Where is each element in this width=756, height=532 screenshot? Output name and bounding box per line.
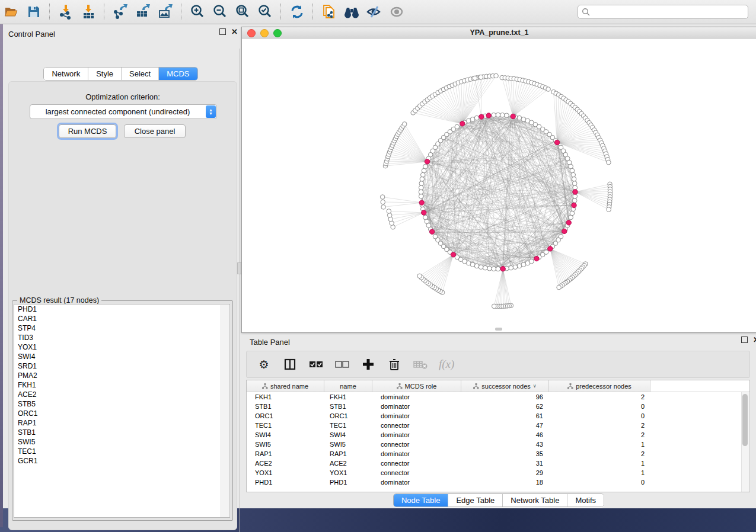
- unselect-all-rows-button[interactable]: [334, 357, 350, 372]
- tab-network[interactable]: Network: [44, 68, 88, 80]
- network-graph[interactable]: [242, 39, 755, 332]
- column-type-icon: [397, 383, 403, 389]
- search-input[interactable]: [590, 7, 744, 17]
- mcds-list-scrollbar[interactable]: [221, 305, 229, 518]
- table-panel-title: Table Panel: [250, 338, 290, 347]
- mcds-result-item[interactable]: STB5: [14, 399, 229, 409]
- table-scrollbar-thumb[interactable]: [742, 394, 748, 446]
- mcds-result-item[interactable]: FKH1: [14, 380, 229, 390]
- table-scrollbar[interactable]: [741, 392, 749, 492]
- column-header-shared-name[interactable]: shared name: [247, 380, 324, 392]
- function-builder-label[interactable]: f(x): [439, 358, 454, 371]
- cell-successor-nodes: 62: [461, 403, 549, 410]
- table-row[interactable]: PHD1PHD1dominator180: [247, 477, 749, 487]
- table-options-button[interactable]: ⚙: [256, 357, 272, 372]
- add-column-button[interactable]: [361, 357, 376, 372]
- minimize-window-icon[interactable]: [260, 29, 269, 37]
- zoom-selected-button[interactable]: [255, 2, 275, 21]
- mcds-result-item[interactable]: CAR1: [14, 314, 229, 323]
- column-type-icon: [567, 383, 573, 389]
- mcds-result-groupbox: MCDS result (17 nodes) PHD1CAR1STP4TID3Y…: [12, 300, 233, 521]
- cell-shared-name: YOX1: [247, 469, 324, 476]
- refresh-icon: [290, 5, 304, 19]
- tab-mcds[interactable]: MCDS: [159, 68, 197, 80]
- mcds-result-item[interactable]: GCR1: [14, 456, 229, 466]
- column-header-label: predecessor nodes: [576, 383, 631, 390]
- cell-MCDS-role: dominator: [372, 393, 461, 400]
- table-row[interactable]: FKH1FKH1dominator962: [247, 392, 749, 402]
- mcds-result-item[interactable]: ORC1: [14, 409, 229, 418]
- delete-table-button[interactable]: [413, 357, 428, 372]
- mcds-result-item[interactable]: PHD1: [14, 305, 229, 314]
- column-header-MCDS-role[interactable]: MCDS role: [372, 380, 461, 392]
- show-column-button[interactable]: [282, 357, 298, 372]
- search-box[interactable]: [578, 5, 748, 19]
- mcds-result-item[interactable]: SWI4: [14, 352, 229, 361]
- column-header-successor-nodes[interactable]: successor nodes∨: [461, 380, 549, 392]
- hide-selected-button[interactable]: [364, 2, 384, 21]
- table-row[interactable]: YOX1YOX1connector291: [247, 468, 749, 477]
- mcds-result-item[interactable]: SRD1: [14, 361, 229, 371]
- table-row[interactable]: ORC1ORC1dominator610: [247, 411, 749, 421]
- tab-select[interactable]: Select: [122, 68, 159, 80]
- mcds-result-item[interactable]: TEC1: [14, 447, 229, 456]
- new-network-from-selection-button[interactable]: [319, 2, 339, 21]
- delete-columns-button[interactable]: [387, 357, 402, 372]
- tab-motifs[interactable]: Motifs: [567, 494, 604, 507]
- table-row[interactable]: SWI5SWI5connector431: [247, 440, 749, 449]
- close-window-icon[interactable]: [247, 29, 256, 37]
- export-table-button[interactable]: [133, 2, 153, 21]
- mcds-result-list[interactable]: PHD1CAR1STP4TID3YOX1SWI4SRD1PMA2FKH1ACE2…: [14, 304, 230, 518]
- first-neighbors-button[interactable]: [342, 2, 362, 21]
- float-table-panel-icon[interactable]: [741, 336, 748, 343]
- tab-style[interactable]: Style: [88, 68, 122, 80]
- maximize-window-icon[interactable]: [273, 29, 282, 37]
- optimization-criterion-select[interactable]: largest connected component (undirected)…: [30, 104, 217, 119]
- tab-node-table[interactable]: Node Table: [394, 494, 449, 507]
- import-table-button[interactable]: [78, 2, 98, 21]
- zoom-fit-button[interactable]: [232, 2, 253, 21]
- update-view-button[interactable]: [287, 2, 307, 21]
- mcds-result-item[interactable]: RAP1: [14, 418, 229, 428]
- column-header-predecessor-nodes[interactable]: predecessor nodes: [549, 380, 650, 392]
- open-session-button[interactable]: [1, 2, 21, 21]
- import-network-button[interactable]: [56, 2, 76, 21]
- column-type-icon: [473, 383, 479, 389]
- export-network-button[interactable]: [110, 2, 130, 21]
- network-window-titlebar[interactable]: YPA_prune.txt_1: [242, 27, 756, 39]
- show-all-button[interactable]: [387, 2, 407, 21]
- table-row[interactable]: ACE2ACE2connector311: [247, 459, 749, 468]
- mcds-result-item[interactable]: TID3: [14, 333, 229, 342]
- mcds-result-item[interactable]: ACE2: [14, 390, 229, 399]
- table-row[interactable]: RAP1RAP1dominator352: [247, 449, 749, 459]
- column-header-name[interactable]: name: [324, 380, 372, 392]
- table-row[interactable]: SWI4SWI4dominator462: [247, 430, 749, 440]
- zoom-out-button[interactable]: [210, 2, 230, 21]
- zoom-in-button[interactable]: [187, 2, 208, 21]
- table-row[interactable]: TEC1TEC1connector472: [247, 421, 749, 430]
- mcds-result-item[interactable]: SWI5: [14, 437, 229, 447]
- panel-splitter[interactable]: [240, 49, 240, 532]
- network-hscroll-thumb[interactable]: [495, 328, 502, 331]
- tab-network-table[interactable]: Network Table: [503, 494, 567, 507]
- run-mcds-button[interactable]: Run MCDS: [59, 124, 116, 138]
- select-all-rows-button[interactable]: [308, 357, 324, 372]
- close-table-panel-icon[interactable]: ✕: [753, 337, 756, 343]
- table-row[interactable]: STB1STB1dominator620: [247, 402, 749, 411]
- cell-successor-nodes: 46: [461, 431, 549, 438]
- float-panel-icon[interactable]: [219, 28, 226, 35]
- mcds-result-item[interactable]: YOX1: [14, 342, 229, 352]
- mcds-result-item[interactable]: STB1: [14, 428, 229, 437]
- tab-edge-table[interactable]: Edge Table: [448, 494, 503, 507]
- export-table-icon: [135, 4, 151, 20]
- table-body: FKH1FKH1dominator962STB1STB1dominator620…: [247, 392, 749, 487]
- export-image-button[interactable]: [155, 2, 176, 21]
- close-panel-icon[interactable]: ✕: [231, 29, 238, 35]
- mcds-result-item[interactable]: PMA2: [14, 371, 229, 380]
- network-canvas[interactable]: [242, 39, 755, 332]
- mcds-result-item[interactable]: STP4: [14, 323, 229, 333]
- gear-icon: ⚙: [259, 359, 269, 370]
- save-session-button[interactable]: [24, 2, 44, 21]
- cell-shared-name: PHD1: [247, 479, 324, 486]
- close-mcds-panel-button[interactable]: Close panel: [124, 124, 186, 138]
